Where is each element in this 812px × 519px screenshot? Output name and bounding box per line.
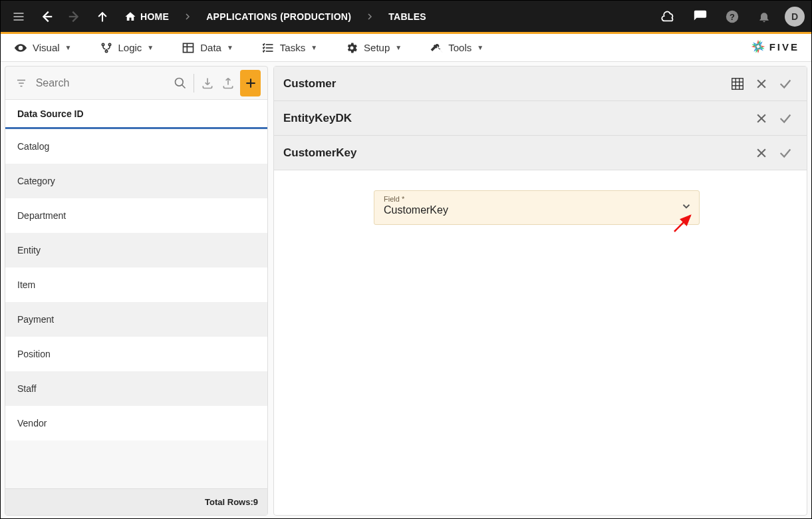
back-arrow-icon[interactable]	[35, 5, 58, 28]
menu-tools[interactable]: Tools▼	[430, 41, 483, 55]
chevron-down-icon: ▼	[65, 44, 72, 51]
list-item[interactable]: Category	[5, 164, 267, 198]
list-item[interactable]: Department	[5, 198, 267, 233]
svg-point-10	[105, 50, 107, 52]
breadcrumb-applications[interactable]: APPLICATIONS (PRODUCTION)	[201, 11, 356, 22]
up-arrow-icon[interactable]	[91, 5, 114, 28]
menu-tasks[interactable]: Tasks▼	[261, 41, 317, 55]
svg-line-24	[182, 85, 186, 88]
breadcrumb-applications-label: APPLICATIONS (PRODUCTION)	[206, 11, 351, 22]
breadcrumb-home-label: HOME	[140, 11, 169, 22]
total-rows-label: Total Rows:	[205, 497, 253, 507]
breadcrumb-tables[interactable]: TABLES	[383, 11, 432, 22]
export-icon[interactable]	[219, 71, 238, 95]
check-icon[interactable]	[773, 106, 797, 130]
svg-point-9	[108, 43, 110, 45]
svg-rect-27	[732, 78, 744, 89]
menu-logic-label: Logic	[118, 42, 142, 53]
menubar: Visual▼ Logic▼ Data▼ Tasks▼ Setup▼ Tools…	[1, 34, 811, 62]
chevron-right-icon	[180, 13, 196, 21]
data-source-list: Catalog Category Department Entity Item …	[5, 129, 267, 488]
search-icon[interactable]	[172, 71, 190, 95]
svg-rect-11	[184, 43, 194, 52]
detail-crumb-title: CustomerKey	[283, 146, 749, 160]
total-rows: Total Rows: 9	[5, 488, 267, 515]
check-icon[interactable]	[773, 72, 797, 96]
svg-point-23	[176, 78, 184, 86]
svg-marker-17	[752, 41, 763, 53]
list-item-label: Position	[17, 349, 51, 359]
form-area: Field * CustomerKey	[274, 170, 807, 515]
chevron-down-icon: ▼	[477, 44, 483, 51]
add-button[interactable]	[240, 70, 261, 96]
column-header[interactable]: Data Source ID	[5, 100, 267, 129]
topbar: HOME APPLICATIONS (PRODUCTION) TABLES ? …	[1, 1, 811, 34]
search-row	[5, 67, 267, 100]
menu-data-label: Data	[200, 42, 221, 53]
close-icon[interactable]	[749, 72, 773, 96]
detail-crumb-title: Customer	[283, 77, 726, 90]
menu-tools-label: Tools	[448, 42, 472, 53]
svg-point-8	[102, 43, 104, 45]
chat-icon[interactable]	[689, 5, 712, 28]
detail-crumb-title: EntityKeyDK	[283, 112, 749, 125]
divider	[194, 74, 194, 92]
bell-icon[interactable]	[753, 5, 775, 28]
svg-text:?: ?	[730, 11, 735, 21]
list-item-label: Item	[17, 279, 35, 290]
menu-visual[interactable]: Visual▼	[14, 41, 72, 55]
menu-setup-label: Setup	[364, 42, 390, 53]
cloud-icon[interactable]	[657, 5, 680, 28]
detail-crumb-customerkey: CustomerKey	[274, 136, 807, 170]
import-icon[interactable]	[198, 71, 217, 95]
detail-crumb-entitykeydk: EntityKeyDK	[274, 101, 807, 136]
list-item[interactable]: Entity	[5, 233, 267, 267]
breadcrumb-home[interactable]: HOME	[119, 11, 174, 23]
menu-visual-label: Visual	[33, 42, 60, 53]
hamburger-icon[interactable]	[7, 5, 30, 28]
detail-crumb-customer: Customer	[274, 67, 807, 101]
list-item[interactable]: Vendor	[5, 406, 267, 440]
list-item-label: Department	[17, 210, 66, 221]
grid-icon[interactable]	[726, 72, 749, 96]
left-panel: Data Source ID Catalog Category Departme…	[5, 66, 268, 516]
list-item-label: Staff	[17, 383, 37, 394]
list-item[interactable]: Item	[5, 267, 267, 302]
help-icon[interactable]: ?	[721, 5, 744, 28]
list-item-label: Catalog	[17, 141, 49, 152]
main: Data Source ID Catalog Category Departme…	[1, 62, 811, 519]
list-item-label: Entity	[17, 245, 41, 256]
list-item[interactable]: Position	[5, 337, 267, 371]
check-icon[interactable]	[773, 141, 797, 165]
chevron-right-icon	[362, 13, 378, 21]
column-header-label: Data Source ID	[17, 108, 84, 119]
logo: FIVE	[751, 39, 799, 54]
chevron-down-icon: ▼	[147, 44, 154, 51]
forward-arrow-icon	[63, 5, 86, 28]
logo-text: FIVE	[769, 41, 799, 53]
field-dropdown[interactable]: Field * CustomerKey	[374, 190, 700, 225]
list-item[interactable]: Staff	[5, 371, 267, 406]
close-icon[interactable]	[749, 141, 773, 165]
list-item-label: Vendor	[17, 418, 47, 429]
field-value: CustomerKey	[384, 204, 670, 216]
list-item[interactable]: Payment	[5, 302, 267, 337]
menu-setup[interactable]: Setup▼	[345, 41, 402, 55]
breadcrumb-tables-label: TABLES	[388, 11, 426, 22]
menu-tasks-label: Tasks	[280, 42, 305, 53]
total-rows-value: 9	[253, 497, 258, 507]
search-input[interactable]	[33, 77, 169, 89]
menu-data[interactable]: Data▼	[182, 41, 233, 55]
chevron-down-icon	[680, 200, 692, 212]
right-panel: Customer EntityKeyDK CustomerKey	[273, 66, 807, 516]
field-label: Field *	[384, 195, 670, 203]
chevron-down-icon: ▼	[311, 44, 317, 51]
filter-icon[interactable]	[12, 71, 31, 95]
menu-logic[interactable]: Logic▼	[100, 41, 154, 55]
avatar-initial: D	[791, 11, 798, 22]
list-item[interactable]: Catalog	[5, 129, 267, 164]
avatar[interactable]: D	[785, 7, 805, 27]
close-icon[interactable]	[749, 106, 773, 130]
list-item-label: Payment	[17, 314, 54, 325]
chevron-down-icon: ▼	[395, 44, 402, 51]
